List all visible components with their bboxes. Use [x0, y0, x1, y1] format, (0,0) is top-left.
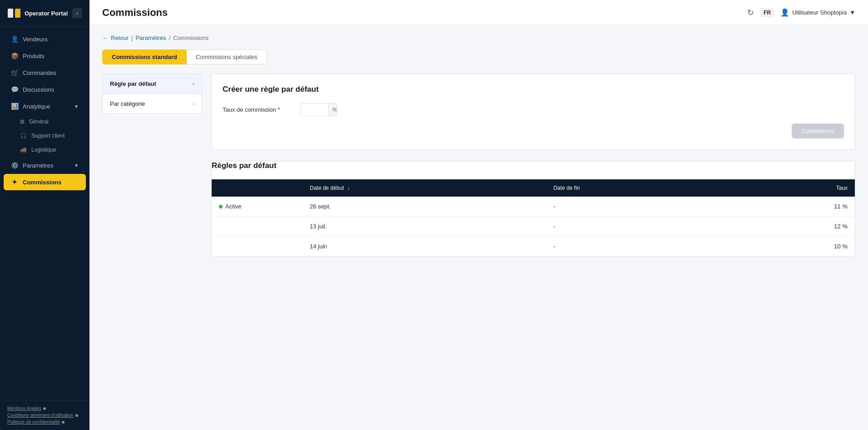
sidebar-item-logistique[interactable]: 🚚 Logistique: [4, 143, 86, 157]
content-area: ← Retour | Paramètres / Commissions Comm…: [89, 25, 868, 430]
chevron-right-icon: ›: [193, 81, 194, 87]
rules-table-section: Règles par défaut Date de début ↓ Date: [211, 161, 855, 257]
status-cell: [212, 217, 303, 237]
user-icon: 👤: [780, 8, 789, 17]
date-debut-cell: 14 juin: [303, 237, 546, 257]
form-actions: Commencer: [223, 124, 844, 138]
date-debut-cell: 26 sept.: [303, 197, 546, 217]
status-cell: [212, 237, 303, 257]
left-menu-item-categorie[interactable]: Par catégorie ›: [102, 94, 202, 114]
politique-link[interactable]: Politique de confidentialité: [7, 420, 60, 425]
chevron-down-icon: ▼: [849, 9, 855, 16]
parametres-breadcrumb-link[interactable]: Paramètres: [135, 35, 166, 41]
start-button[interactable]: Commencer: [792, 124, 844, 138]
left-panel: Règle par défaut › Par catégorie ›: [102, 74, 202, 115]
topbar-actions: ↻ FR 👤 Utilisateur Shoptopia ▼: [747, 8, 855, 18]
page-title: Commissions: [102, 7, 168, 19]
status-dot-conditions: [75, 414, 78, 417]
rules-section-title: Règles par défaut: [212, 161, 855, 170]
table-row[interactable]: 13 juil. - 12 %: [212, 217, 855, 237]
produits-icon: 📦: [11, 52, 18, 59]
commissions-icon: ✦: [11, 178, 18, 186]
mentions-legales-link[interactable]: Mentions légales: [7, 406, 41, 411]
refresh-button[interactable]: ↻: [747, 8, 754, 18]
breadcrumb: ← Retour | Paramètres / Commissions: [102, 35, 855, 41]
svg-rect-0: [8, 9, 13, 18]
commission-rate-input-wrap: %: [301, 103, 337, 116]
sidebar-item-label: Discussions: [23, 86, 54, 93]
tabs-bar: Commissions standard Commissions spécial…: [102, 49, 855, 64]
chevron-down-icon: ▼: [74, 104, 79, 109]
sidebar-item-commandes[interactable]: 🛒 Commandes: [4, 64, 86, 81]
col-status: [212, 179, 303, 197]
sidebar-item-support[interactable]: 🎧 Support client: [4, 129, 86, 143]
language-selector[interactable]: FR: [760, 8, 774, 17]
taux-cell: 11 %: [729, 197, 855, 217]
status-cell: Active: [212, 197, 303, 217]
sidebar-item-commissions[interactable]: ✦ Commissions: [4, 174, 86, 190]
table-row[interactable]: Active 26 sept. - 11 %: [212, 197, 855, 217]
discussions-icon: 💬: [11, 86, 18, 93]
sidebar-item-label: Analytique: [23, 103, 50, 110]
commission-rate-input[interactable]: [301, 104, 328, 116]
sidebar-nav: 👤 Vendeurs 📦 Produits 🛒 Commandes 💬 Disc…: [0, 27, 89, 400]
table-row[interactable]: 14 juin - 10 %: [212, 237, 855, 257]
date-debut-cell: 13 juil.: [303, 217, 546, 237]
col-date-fin: Date de fin: [546, 179, 729, 197]
left-menu-item-label: Règle par défaut: [110, 80, 156, 87]
sidebar: Operator Portal ‹ 👤 Vendeurs 📦 Produits …: [0, 0, 89, 430]
left-menu-item-regle[interactable]: Règle par défaut ›: [102, 74, 202, 94]
parametres-icon: ⚙️: [11, 162, 18, 169]
tab-commissions-speciales[interactable]: Commissions spéciales: [187, 49, 267, 64]
sidebar-footer: Mentions légales Conditions générales d'…: [0, 400, 89, 430]
sidebar-item-label: Logistique: [31, 147, 56, 153]
logistique-icon: 🚚: [20, 147, 27, 153]
col-taux: Taux: [729, 179, 855, 197]
sidebar-item-parametres[interactable]: ⚙️ Paramètres ▼: [4, 157, 86, 173]
col-date-debut[interactable]: Date de début ↓: [303, 179, 546, 197]
sidebar-item-produits[interactable]: 📦 Produits: [4, 48, 86, 64]
main-content: Commissions ↻ FR 👤 Utilisateur Shoptopia…: [89, 0, 868, 430]
sidebar-item-general[interactable]: ⊞ Général: [4, 115, 86, 129]
logo-icon: [7, 8, 21, 18]
sidebar-item-label: Vendeurs: [23, 36, 48, 43]
sidebar-collapse-button[interactable]: ‹: [72, 8, 82, 18]
table-header-row: Date de début ↓ Date de fin Taux: [212, 179, 855, 197]
date-fin-cell: -: [546, 237, 729, 257]
status-dot-mentions: [43, 407, 46, 410]
breadcrumb-current: Commissions: [173, 35, 208, 41]
status-dot-politique: [62, 421, 64, 424]
content-row: Règle par défaut › Par catégorie › Créer…: [102, 74, 855, 257]
topbar: Commissions ↻ FR 👤 Utilisateur Shoptopia…: [89, 0, 868, 25]
right-panel: Créer une règle par défaut Taux de commi…: [211, 74, 855, 257]
breadcrumb-separator1: |: [131, 35, 133, 41]
taux-cell: 10 %: [729, 237, 855, 257]
commandes-icon: 🛒: [11, 69, 18, 76]
general-icon: ⊞: [20, 119, 25, 125]
support-icon: 🎧: [20, 133, 27, 139]
left-menu-item-label: Par catégorie: [110, 100, 145, 107]
sidebar-item-discussions[interactable]: 💬 Discussions: [4, 81, 86, 98]
percent-suffix: %: [328, 104, 337, 116]
user-name: Utilisateur Shoptopia: [792, 9, 847, 16]
sidebar-item-vendeurs[interactable]: 👤 Vendeurs: [4, 31, 86, 47]
sidebar-item-analytique[interactable]: 📊 Analytique ▼: [4, 98, 86, 114]
active-status-dot: [219, 205, 223, 208]
commission-rate-form-row: Taux de commission * %: [223, 103, 844, 116]
sidebar-item-label: Produits: [23, 53, 45, 59]
taux-cell: 12 %: [729, 217, 855, 237]
sidebar-item-label: Paramètres: [23, 162, 53, 169]
user-menu-button[interactable]: 👤 Utilisateur Shoptopia ▼: [780, 8, 855, 17]
breadcrumb-separator2: /: [169, 35, 171, 41]
conditions-link[interactable]: Conditions générales d'utilisation: [7, 413, 74, 418]
svg-rect-1: [15, 9, 20, 18]
sidebar-item-label: Support client: [31, 133, 64, 139]
back-link[interactable]: Retour: [111, 35, 129, 41]
logo-text: Operator Portal: [25, 10, 68, 17]
sidebar-item-label: Commandes: [23, 69, 56, 76]
back-arrow-icon: ←: [102, 35, 108, 41]
analytique-icon: 📊: [11, 103, 18, 110]
create-rule-section: Créer une règle par défaut Taux de commi…: [211, 74, 855, 150]
tab-commissions-standard[interactable]: Commissions standard: [102, 49, 187, 64]
commission-rate-label: Taux de commission *: [223, 106, 295, 113]
